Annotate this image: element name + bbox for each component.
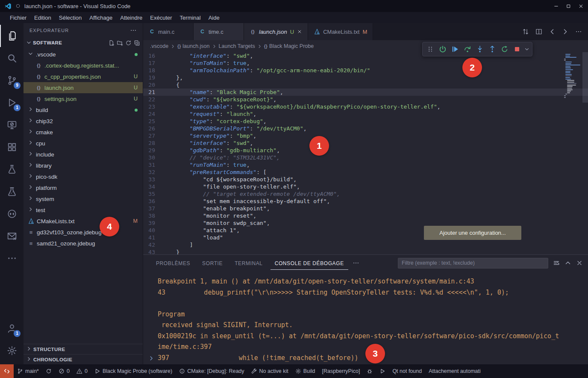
tree-item-library[interactable]: library bbox=[24, 160, 143, 171]
new-file-icon[interactable] bbox=[108, 40, 115, 46]
activity-files-icon[interactable] bbox=[0, 25, 24, 47]
activity-accounts-icon[interactable]: 1 bbox=[0, 317, 24, 340]
tree-item-c-cpp-properties-json[interactable]: {}c_cpp_properties.jsonU bbox=[24, 71, 143, 82]
activity-platformio-icon[interactable] bbox=[0, 203, 24, 225]
close-tab-icon[interactable] bbox=[297, 29, 302, 34]
minimize-button[interactable] bbox=[553, 3, 559, 9]
activity-test-beaker-icon[interactable] bbox=[0, 158, 24, 180]
tree-item-include[interactable]: include bbox=[24, 149, 143, 160]
tree-item-gd32vf103-ozone-jdebug[interactable]: ≡gd32vf103_ozone.jdebug bbox=[24, 227, 143, 238]
status-qt-status[interactable]: Qt not found bbox=[389, 364, 425, 378]
panel-tab-terminal[interactable]: TERMINAL bbox=[230, 257, 267, 270]
collapse-all-icon[interactable] bbox=[134, 40, 140, 46]
debug-step-over-icon[interactable] bbox=[462, 43, 473, 55]
status-cmake-target[interactable]: [RaspberryPico] bbox=[318, 364, 363, 378]
activity-settings-gear-icon[interactable] bbox=[0, 340, 24, 362]
menu-ex-cuter[interactable]: Exécuter bbox=[146, 13, 176, 22]
tree-item-vscode[interactable]: .vscode bbox=[24, 49, 143, 60]
tree-item-chip32[interactable]: chip32 bbox=[24, 115, 143, 127]
status-auto-attach[interactable]: Attachement automati bbox=[425, 364, 484, 378]
console-prompt[interactable] bbox=[148, 355, 154, 363]
tree-item-platform[interactable]: platform bbox=[24, 182, 143, 193]
tab-main-c[interactable]: Cmain.c bbox=[143, 23, 194, 40]
tab-time-c[interactable]: Ctime.c bbox=[194, 23, 244, 40]
breadcrumb-vscode[interactable]: .vscode bbox=[150, 43, 168, 49]
arrow-left-icon[interactable] bbox=[549, 28, 556, 35]
tree-item-pico-sdk[interactable]: pico-sdk bbox=[24, 171, 143, 182]
panel-tab-console-de-d-bogage[interactable]: CONSOLE DE DÉBOGAGE bbox=[270, 257, 348, 270]
activity-run-debug-icon[interactable]: 1 bbox=[0, 92, 24, 114]
debug-stop-icon[interactable] bbox=[511, 43, 523, 55]
tree-item-cmakelists-txt[interactable]: CMakeLists.txtM bbox=[24, 216, 143, 227]
editor-scrollbar[interactable] bbox=[582, 52, 588, 254]
new-folder-icon[interactable] bbox=[117, 40, 123, 46]
debug-step-out-icon[interactable] bbox=[486, 43, 498, 55]
panel-tab-sortie[interactable]: SORTIE bbox=[198, 257, 227, 270]
debug-restart-icon[interactable] bbox=[499, 43, 510, 55]
code-editor[interactable]: 16 "interface": "swd",17 "runToMain": tr… bbox=[143, 52, 588, 254]
menu-s-lection[interactable]: Sélection bbox=[55, 13, 85, 22]
menu-edition[interactable]: Edition bbox=[30, 13, 55, 22]
tree-item-samd21-ozone-jdebug[interactable]: ≡samd21_ozone.jdebug bbox=[24, 238, 143, 249]
breadcrumb-launch-json[interactable]: {}launch.json bbox=[177, 43, 209, 49]
status-cmake-build[interactable]: Build bbox=[292, 364, 319, 378]
filter-input[interactable] bbox=[398, 258, 548, 269]
tree-item-test[interactable]: test bbox=[24, 204, 143, 216]
debug-step-into-icon[interactable] bbox=[474, 43, 485, 55]
section-structure[interactable]: STRUCTURE bbox=[24, 344, 143, 354]
add-configuration-button[interactable]: Ajouter une configuration... bbox=[424, 226, 521, 240]
menu-terminal[interactable]: Terminal bbox=[176, 13, 205, 22]
status-active-kit[interactable]: No active kit bbox=[248, 364, 292, 378]
status-remote-indicator[interactable] bbox=[0, 364, 14, 378]
status-debug-configuration[interactable]: Black Magic Probe (software) bbox=[91, 364, 176, 378]
menu-affichage[interactable]: Affichage bbox=[85, 13, 116, 22]
activity-extensions-icon[interactable] bbox=[0, 136, 24, 158]
status-errors[interactable]: 0 bbox=[55, 364, 73, 378]
scrollbar-thumb[interactable] bbox=[582, 52, 588, 103]
tree-item-cmake[interactable]: cmake bbox=[24, 127, 143, 138]
arrow-right-icon[interactable] bbox=[562, 28, 569, 35]
tab-cmakelists-txt[interactable]: CMakeLists.txtM bbox=[308, 23, 373, 40]
status-warnings[interactable]: 0 bbox=[73, 364, 91, 378]
debug-continue-icon[interactable] bbox=[449, 43, 461, 55]
clear-console-icon[interactable] bbox=[553, 260, 560, 266]
activity-test-flask-icon[interactable] bbox=[0, 180, 24, 203]
debug-power-icon[interactable] bbox=[437, 43, 448, 55]
tab-launch-json[interactable]: {}launch.jsonU bbox=[244, 23, 308, 40]
panel-tab-probl-mes[interactable]: PROBLÈMES bbox=[152, 257, 194, 270]
maximize-button[interactable] bbox=[566, 3, 571, 9]
close-icon[interactable] bbox=[576, 260, 583, 266]
status-git-branch[interactable]: main* bbox=[14, 364, 42, 378]
refresh-icon[interactable] bbox=[125, 40, 132, 46]
activity-remote-explorer-icon[interactable] bbox=[0, 114, 24, 136]
tree-item-build[interactable]: build bbox=[24, 104, 143, 115]
chevron-up-icon[interactable] bbox=[564, 260, 571, 266]
activity-mail-icon[interactable] bbox=[0, 225, 24, 247]
chevron-down-icon[interactable] bbox=[523, 43, 530, 55]
ellipsis-icon[interactable] bbox=[575, 28, 582, 35]
more-actions-icon[interactable] bbox=[130, 27, 137, 34]
activity-source-control-icon[interactable]: 9 bbox=[0, 69, 24, 92]
menu-atteindre[interactable]: Atteindre bbox=[116, 13, 146, 22]
panel-more-icon[interactable] bbox=[353, 260, 359, 266]
breadcrumb-black-magic-probe[interactable]: {}Black Magic Probe bbox=[264, 43, 314, 49]
menu-aide[interactable]: Aide bbox=[205, 13, 223, 22]
gripper-icon[interactable] bbox=[424, 43, 436, 55]
tree-item-system[interactable]: system bbox=[24, 193, 143, 204]
activity-search-icon[interactable] bbox=[0, 47, 24, 69]
status-sync[interactable] bbox=[42, 364, 55, 378]
status-cmake-debug[interactable] bbox=[363, 364, 376, 378]
status-cmake-status[interactable]: CMake: [Debug]: Ready bbox=[176, 364, 247, 378]
section-software[interactable]: SOFTWARE bbox=[24, 38, 143, 48]
tree-item-cortex-debug-registers-stat[interactable]: {}.cortex-debug.registers.stat... bbox=[24, 60, 143, 71]
section-chronologie[interactable]: CHRONOLOGIE bbox=[24, 354, 143, 364]
status-cmake-launch[interactable] bbox=[376, 364, 389, 378]
activity-ellipsis-icon[interactable] bbox=[0, 247, 24, 269]
menu-fichier[interactable]: Fichier bbox=[6, 13, 30, 22]
close-button[interactable] bbox=[578, 3, 584, 9]
split-editor-icon[interactable] bbox=[535, 28, 542, 35]
tree-item-settings-json[interactable]: {}settings.jsonU bbox=[24, 93, 143, 104]
compare-icon[interactable] bbox=[522, 28, 529, 35]
tree-item-cpu[interactable]: cpu bbox=[24, 138, 143, 149]
tree-item-launch-json[interactable]: {}launch.jsonU bbox=[24, 82, 143, 93]
